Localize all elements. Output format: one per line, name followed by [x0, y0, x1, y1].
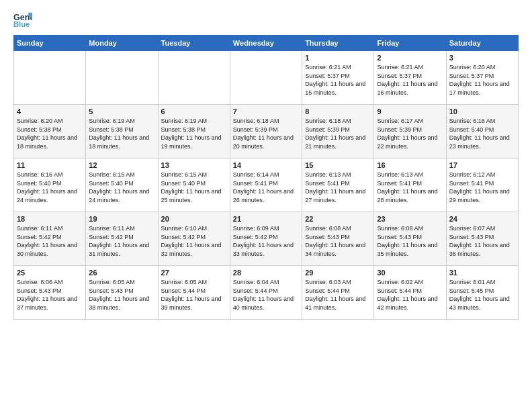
day-cell — [86, 51, 158, 105]
day-cell: 1Sunrise: 6:21 AM Sunset: 5:37 PM Daylig… — [302, 51, 374, 105]
day-number: 4 — [17, 107, 83, 116]
day-cell: 14Sunrise: 6:14 AM Sunset: 5:41 PM Dayli… — [230, 158, 302, 212]
day-cell: 13Sunrise: 6:15 AM Sunset: 5:40 PM Dayli… — [158, 158, 230, 212]
day-cell: 25Sunrise: 6:06 AM Sunset: 5:43 PM Dayli… — [14, 266, 86, 320]
day-number: 7 — [233, 107, 299, 116]
day-number: 9 — [377, 107, 443, 116]
header-cell-monday: Monday — [86, 36, 158, 51]
day-cell: 3Sunrise: 6:20 AM Sunset: 5:37 PM Daylig… — [446, 51, 518, 105]
day-cell: 6Sunrise: 6:19 AM Sunset: 5:38 PM Daylig… — [158, 105, 230, 158]
day-info: Sunrise: 6:10 AM Sunset: 5:42 PM Dayligh… — [161, 224, 227, 258]
day-info: Sunrise: 6:02 AM Sunset: 5:44 PM Dayligh… — [377, 278, 443, 312]
day-number: 24 — [449, 215, 515, 223]
day-cell: 18Sunrise: 6:11 AM Sunset: 5:42 PM Dayli… — [14, 212, 86, 266]
day-number: 8 — [305, 107, 371, 116]
day-info: Sunrise: 6:05 AM Sunset: 5:43 PM Dayligh… — [89, 278, 154, 312]
logo: General Blue — [13, 11, 35, 30]
day-cell: 17Sunrise: 6:12 AM Sunset: 5:41 PM Dayli… — [446, 158, 518, 212]
day-info: Sunrise: 6:17 AM Sunset: 5:39 PM Dayligh… — [377, 117, 443, 150]
day-info: Sunrise: 6:04 AM Sunset: 5:44 PM Dayligh… — [233, 278, 299, 312]
day-number: 27 — [161, 269, 227, 277]
day-number: 6 — [161, 107, 227, 116]
day-cell: 10Sunrise: 6:16 AM Sunset: 5:40 PM Dayli… — [446, 105, 518, 158]
day-info: Sunrise: 6:13 AM Sunset: 5:41 PM Dayligh… — [377, 171, 443, 204]
day-cell: 23Sunrise: 6:08 AM Sunset: 5:43 PM Dayli… — [374, 212, 446, 266]
day-cell: 30Sunrise: 6:02 AM Sunset: 5:44 PM Dayli… — [374, 266, 446, 320]
day-cell — [158, 51, 230, 105]
day-info: Sunrise: 6:16 AM Sunset: 5:40 PM Dayligh… — [17, 171, 83, 204]
day-cell: 28Sunrise: 6:04 AM Sunset: 5:44 PM Dayli… — [230, 266, 302, 320]
day-number: 14 — [233, 161, 299, 169]
day-number: 18 — [17, 215, 83, 223]
day-cell: 12Sunrise: 6:15 AM Sunset: 5:40 PM Dayli… — [86, 158, 158, 212]
day-number: 21 — [233, 215, 299, 223]
day-cell: 31Sunrise: 6:01 AM Sunset: 5:45 PM Dayli… — [446, 266, 518, 320]
day-cell: 22Sunrise: 6:08 AM Sunset: 5:43 PM Dayli… — [302, 212, 374, 266]
calendar-page: General Blue SundayMondayTuesdayWednesda… — [0, 0, 532, 411]
day-number: 28 — [233, 269, 299, 277]
header-cell-thursday: Thursday — [302, 36, 374, 51]
day-number: 10 — [449, 107, 515, 116]
day-number: 11 — [17, 161, 83, 169]
day-info: Sunrise: 6:20 AM Sunset: 5:37 PM Dayligh… — [449, 63, 515, 97]
day-cell: 29Sunrise: 6:03 AM Sunset: 5:44 PM Dayli… — [302, 266, 374, 320]
day-cell — [230, 51, 302, 105]
header-cell-tuesday: Tuesday — [158, 36, 230, 51]
day-info: Sunrise: 6:15 AM Sunset: 5:40 PM Dayligh… — [89, 171, 154, 204]
day-number: 2 — [377, 54, 443, 62]
week-row-2: 11Sunrise: 6:16 AM Sunset: 5:40 PM Dayli… — [14, 158, 519, 212]
day-number: 31 — [449, 269, 515, 277]
header-cell-saturday: Saturday — [446, 36, 518, 51]
week-row-3: 18Sunrise: 6:11 AM Sunset: 5:42 PM Dayli… — [14, 212, 519, 266]
day-cell: 24Sunrise: 6:07 AM Sunset: 5:43 PM Dayli… — [446, 212, 518, 266]
day-number: 30 — [377, 269, 443, 277]
day-number: 16 — [377, 161, 443, 169]
day-info: Sunrise: 6:03 AM Sunset: 5:44 PM Dayligh… — [305, 278, 371, 312]
day-info: Sunrise: 6:08 AM Sunset: 5:43 PM Dayligh… — [377, 224, 443, 258]
day-number: 29 — [305, 269, 371, 277]
header: General Blue — [13, 11, 519, 30]
day-number: 22 — [305, 215, 371, 223]
day-cell — [14, 51, 86, 105]
day-info: Sunrise: 6:14 AM Sunset: 5:41 PM Dayligh… — [233, 171, 299, 204]
day-number: 1 — [305, 54, 371, 62]
day-info: Sunrise: 6:11 AM Sunset: 5:42 PM Dayligh… — [89, 224, 154, 258]
week-row-4: 25Sunrise: 6:06 AM Sunset: 5:43 PM Dayli… — [14, 266, 519, 320]
day-info: Sunrise: 6:05 AM Sunset: 5:44 PM Dayligh… — [161, 278, 227, 312]
day-number: 12 — [89, 161, 154, 169]
day-number: 20 — [161, 215, 227, 223]
logo-icon: General Blue — [13, 11, 32, 30]
day-number: 17 — [449, 161, 515, 169]
svg-text:Blue: Blue — [13, 20, 30, 28]
day-cell: 7Sunrise: 6:18 AM Sunset: 5:39 PM Daylig… — [230, 105, 302, 158]
day-info: Sunrise: 6:19 AM Sunset: 5:38 PM Dayligh… — [89, 117, 154, 150]
week-row-1: 4Sunrise: 6:20 AM Sunset: 5:38 PM Daylig… — [14, 105, 519, 158]
day-cell: 16Sunrise: 6:13 AM Sunset: 5:41 PM Dayli… — [374, 158, 446, 212]
day-cell: 19Sunrise: 6:11 AM Sunset: 5:42 PM Dayli… — [86, 212, 158, 266]
day-info: Sunrise: 6:07 AM Sunset: 5:43 PM Dayligh… — [449, 224, 515, 258]
day-info: Sunrise: 6:13 AM Sunset: 5:41 PM Dayligh… — [305, 171, 371, 204]
day-number: 5 — [89, 107, 154, 116]
day-info: Sunrise: 6:12 AM Sunset: 5:41 PM Dayligh… — [449, 171, 515, 204]
day-cell: 5Sunrise: 6:19 AM Sunset: 5:38 PM Daylig… — [86, 105, 158, 158]
day-cell: 27Sunrise: 6:05 AM Sunset: 5:44 PM Dayli… — [158, 266, 230, 320]
day-info: Sunrise: 6:15 AM Sunset: 5:40 PM Dayligh… — [161, 171, 227, 204]
header-cell-sunday: Sunday — [14, 36, 86, 51]
header-cell-friday: Friday — [374, 36, 446, 51]
day-number: 25 — [17, 269, 83, 277]
day-info: Sunrise: 6:18 AM Sunset: 5:39 PM Dayligh… — [305, 117, 371, 150]
day-number: 26 — [89, 269, 154, 277]
day-cell: 20Sunrise: 6:10 AM Sunset: 5:42 PM Dayli… — [158, 212, 230, 266]
day-cell: 26Sunrise: 6:05 AM Sunset: 5:43 PM Dayli… — [86, 266, 158, 320]
day-info: Sunrise: 6:08 AM Sunset: 5:43 PM Dayligh… — [305, 224, 371, 258]
day-number: 15 — [305, 161, 371, 169]
day-info: Sunrise: 6:19 AM Sunset: 5:38 PM Dayligh… — [161, 117, 227, 150]
day-info: Sunrise: 6:21 AM Sunset: 5:37 PM Dayligh… — [377, 63, 443, 97]
day-cell: 8Sunrise: 6:18 AM Sunset: 5:39 PM Daylig… — [302, 105, 374, 158]
day-cell: 21Sunrise: 6:09 AM Sunset: 5:42 PM Dayli… — [230, 212, 302, 266]
week-row-0: 1Sunrise: 6:21 AM Sunset: 5:37 PM Daylig… — [14, 51, 519, 105]
day-info: Sunrise: 6:09 AM Sunset: 5:42 PM Dayligh… — [233, 224, 299, 258]
day-info: Sunrise: 6:18 AM Sunset: 5:39 PM Dayligh… — [233, 117, 299, 150]
day-info: Sunrise: 6:20 AM Sunset: 5:38 PM Dayligh… — [17, 117, 83, 150]
day-cell: 11Sunrise: 6:16 AM Sunset: 5:40 PM Dayli… — [14, 158, 86, 212]
